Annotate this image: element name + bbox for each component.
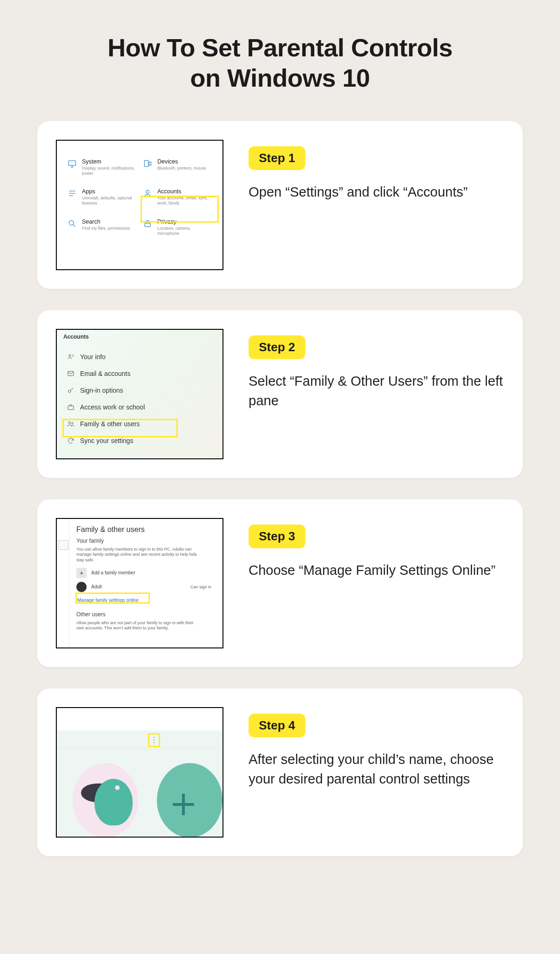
person-badge-icon xyxy=(67,353,74,361)
your-family-subhead: Your family xyxy=(76,538,216,544)
sidebar-item-family[interactable]: Family & other users xyxy=(63,416,223,432)
step-card-3: Family & other users Your family You can… xyxy=(37,499,523,667)
step-card-4: ⋮ Step 4 After selecting your child’s na… xyxy=(37,688,523,856)
step-badge: Step 4 xyxy=(249,714,305,737)
svg-rect-1 xyxy=(144,160,148,166)
manage-family-settings-link[interactable]: Manage family settings online xyxy=(76,596,140,605)
sidebar-item-label: Sign-in options xyxy=(80,387,123,394)
svg-point-3 xyxy=(146,190,149,193)
svg-rect-5 xyxy=(145,223,150,227)
svg-point-8 xyxy=(68,390,71,392)
tile-title: Apps xyxy=(82,188,137,195)
step-badge: Step 2 xyxy=(249,335,305,359)
people-icon xyxy=(67,420,74,428)
sidebar-item-work[interactable]: Access work or school xyxy=(63,399,223,416)
family-heading: Family & other users xyxy=(76,525,216,534)
accounts-header: Accounts xyxy=(57,330,223,345)
step-text: Choose “Manage Family Settings Online” xyxy=(249,560,504,580)
briefcase-icon xyxy=(67,403,74,411)
plus-icon: + xyxy=(76,568,87,578)
screenshot-family-safety: ⋮ xyxy=(56,707,223,838)
settings-tile-privacy[interactable]: PrivacyLocation, camera, microphone xyxy=(142,218,212,237)
child-avatar[interactable] xyxy=(73,763,138,838)
svg-point-6 xyxy=(69,354,71,356)
devices-icon xyxy=(142,158,153,169)
vertical-dots-icon: ⋮ xyxy=(150,736,158,744)
sidebar-item-label: Sync your settings xyxy=(80,437,133,444)
title-line-2: on Windows 10 xyxy=(190,64,370,92)
add-member-avatar[interactable] xyxy=(157,763,223,838)
sync-icon xyxy=(67,437,74,444)
can-sign-in-label: Can sign in xyxy=(190,585,216,589)
svg-rect-2 xyxy=(149,162,151,165)
sidebar-item-label: Email & accounts xyxy=(80,370,130,377)
tile-title: System xyxy=(82,158,137,165)
tile-title: Devices xyxy=(157,158,206,165)
step-badge: Step 1 xyxy=(249,146,305,170)
tile-desc: Bluetooth, printers, mouse xyxy=(157,166,206,171)
sidebar-item-email[interactable]: Email & accounts xyxy=(63,365,223,382)
title-line-1: How To Set Parental Controls xyxy=(108,34,452,61)
person-icon xyxy=(142,188,153,198)
tile-title: Accounts xyxy=(157,188,212,195)
sidebar-item-signin[interactable]: Sign-in options xyxy=(63,382,223,399)
settings-tile-accounts[interactable]: AccountsYour accounts, email, sync, work… xyxy=(142,188,212,206)
settings-tile-search[interactable]: SearchFind my files, permissions xyxy=(67,218,137,237)
screenshot-accounts-sidebar: Accounts Your info Email & accounts Sign… xyxy=(56,329,223,459)
sidebar-item-sync[interactable]: Sync your settings xyxy=(63,432,223,449)
step-card-1: SystemDisplay, sound, notifications, pow… xyxy=(37,121,523,289)
key-icon xyxy=(67,387,74,394)
step-badge: Step 3 xyxy=(249,525,305,548)
plus-icon xyxy=(173,794,194,815)
display-icon xyxy=(67,158,77,169)
family-member-row[interactable]: Adult Can sign in xyxy=(76,582,216,592)
tile-title: Search xyxy=(82,218,130,225)
svg-rect-0 xyxy=(69,161,76,165)
family-blurb: You can allow family members to sign in … xyxy=(76,547,197,563)
tile-desc: Location, camera, microphone xyxy=(157,226,212,237)
sidebar-item-label: Your info xyxy=(80,353,106,361)
more-menu-button[interactable]: ⋮ xyxy=(148,733,160,747)
tile-desc: Uninstall, defaults, optional features xyxy=(82,196,137,206)
screenshot-family-other-users: Family & other users Your family You can… xyxy=(56,518,223,648)
settings-tile-devices[interactable]: DevicesBluetooth, printers, mouse xyxy=(142,158,212,177)
tile-desc: Your accounts, email, sync, work, family xyxy=(157,196,212,206)
svg-point-11 xyxy=(72,422,73,424)
step-text: Open “Settings” and click “Accounts” xyxy=(249,182,504,202)
lock-icon xyxy=(142,218,153,229)
add-family-member-button[interactable]: + Add a family member xyxy=(76,568,216,578)
apps-icon xyxy=(67,188,77,198)
search-box-icon[interactable] xyxy=(58,540,68,550)
settings-tile-system[interactable]: SystemDisplay, sound, notifications, pow… xyxy=(67,158,137,177)
tile-desc: Display, sound, notifications, power xyxy=(82,166,137,177)
sidebar-item-label: Access work or school xyxy=(80,403,145,411)
other-users-blurb: Allow people who are not part of your fa… xyxy=(76,620,197,631)
tile-title: Privacy xyxy=(157,218,212,225)
svg-point-10 xyxy=(68,422,70,423)
adult-label: Adult xyxy=(91,584,102,589)
settings-tile-apps[interactable]: AppsUninstall, defaults, optional featur… xyxy=(67,188,137,206)
tile-desc: Find my files, permissions xyxy=(82,226,130,231)
step-text: Select “Family & Other Users” from the l… xyxy=(249,371,504,410)
mail-icon xyxy=(67,370,74,377)
step-text: After selecting your child’s name, choos… xyxy=(249,750,504,789)
add-member-label: Add a family member xyxy=(91,570,135,575)
sidebar-item-your-info[interactable]: Your info xyxy=(63,348,223,365)
svg-rect-9 xyxy=(68,406,74,409)
svg-point-4 xyxy=(69,220,74,225)
person-avatar-icon xyxy=(76,582,87,592)
sidebar-item-label: Family & other users xyxy=(80,420,140,428)
svg-rect-7 xyxy=(68,371,74,375)
screenshot-settings-home: SystemDisplay, sound, notifications, pow… xyxy=(56,140,223,270)
other-users-subhead: Other users xyxy=(76,611,216,618)
page-title: How To Set Parental Controls on Windows … xyxy=(37,33,523,93)
step-card-2: Accounts Your info Email & accounts Sign… xyxy=(37,310,523,478)
search-icon xyxy=(67,218,77,229)
